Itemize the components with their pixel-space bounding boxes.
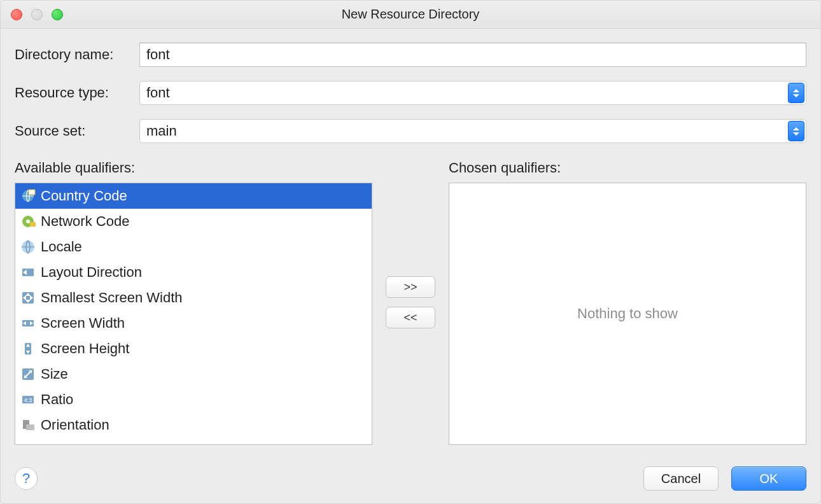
screen-height-icon bbox=[20, 341, 36, 356]
list-item-label: Orientation bbox=[41, 417, 109, 433]
resource-type-value: font bbox=[146, 85, 170, 101]
label-source-set: Source set: bbox=[15, 123, 136, 139]
locale-icon bbox=[20, 239, 36, 255]
select-stepper-icon bbox=[788, 83, 804, 103]
list-item[interactable]: Country Code bbox=[15, 183, 372, 209]
window-maximize-button[interactable] bbox=[52, 9, 63, 20]
country-code-icon bbox=[20, 188, 36, 204]
arrow-col: >> << bbox=[372, 160, 449, 445]
available-qualifiers-label: Available qualifiers: bbox=[15, 160, 372, 176]
directory-name-input[interactable] bbox=[139, 43, 806, 67]
chosen-col: Chosen qualifiers: Nothing to show bbox=[449, 160, 806, 445]
network-code-icon bbox=[20, 214, 36, 229]
list-item[interactable]: Network Code bbox=[15, 209, 372, 234]
label-resource-type: Resource type: bbox=[15, 85, 136, 101]
available-col: Available qualifiers: Country CodeNetwor… bbox=[15, 160, 372, 445]
select-stepper-icon bbox=[788, 121, 804, 141]
move-right-button[interactable]: >> bbox=[386, 276, 435, 298]
ratio-icon bbox=[20, 392, 36, 407]
ok-button[interactable]: OK bbox=[731, 466, 806, 491]
dialog-footer: ? Cancel OK bbox=[1, 455, 820, 503]
row-resource-type: Resource type: font bbox=[15, 81, 806, 105]
qualifiers-grid: Available qualifiers: Country CodeNetwor… bbox=[15, 160, 806, 445]
list-item[interactable]: Ratio bbox=[15, 387, 372, 412]
chosen-empty-text: Nothing to show bbox=[577, 305, 678, 322]
list-item-label: Screen Height bbox=[41, 340, 129, 357]
window-title: New Resource Directory bbox=[1, 7, 820, 22]
screen-width-icon bbox=[20, 316, 36, 331]
list-item[interactable]: Locale bbox=[15, 234, 372, 260]
chosen-qualifiers-label: Chosen qualifiers: bbox=[449, 160, 806, 176]
list-item[interactable]: Size bbox=[15, 361, 372, 387]
smallest-width-icon bbox=[20, 290, 36, 305]
available-qualifiers-list[interactable]: Country CodeNetwork CodeLocaleLayout Dir… bbox=[15, 183, 372, 445]
list-item-label: Screen Width bbox=[41, 315, 125, 332]
chosen-qualifiers-list[interactable]: Nothing to show bbox=[449, 183, 806, 445]
row-directory-name: Directory name: bbox=[15, 43, 806, 67]
source-set-select[interactable]: main bbox=[139, 119, 806, 143]
title-bar: New Resource Directory bbox=[1, 1, 820, 29]
traffic-lights bbox=[11, 9, 63, 20]
source-set-value: main bbox=[146, 123, 177, 139]
window-close-button[interactable] bbox=[11, 9, 22, 20]
list-item-label: Size bbox=[41, 366, 68, 382]
list-item-label: Country Code bbox=[41, 188, 127, 204]
list-item[interactable]: Screen Width bbox=[15, 311, 372, 336]
help-icon: ? bbox=[22, 470, 30, 487]
cancel-button[interactable]: Cancel bbox=[643, 466, 719, 491]
list-item[interactable]: Layout Direction bbox=[15, 260, 372, 285]
size-icon bbox=[20, 367, 36, 382]
window-minimize-button[interactable] bbox=[31, 9, 43, 20]
dialog-content: Directory name: Resource type: font Sour… bbox=[1, 29, 820, 455]
help-button[interactable]: ? bbox=[15, 467, 38, 490]
orientation-icon bbox=[20, 417, 36, 433]
label-directory-name: Directory name: bbox=[15, 46, 136, 63]
list-item-label: Smallest Screen Width bbox=[41, 290, 183, 306]
list-item-label: Network Code bbox=[41, 213, 129, 230]
list-item[interactable]: Smallest Screen Width bbox=[15, 285, 372, 311]
list-item-label: Layout Direction bbox=[41, 264, 142, 281]
layout-direction-icon bbox=[20, 265, 36, 280]
resource-type-select[interactable]: font bbox=[139, 81, 806, 105]
list-item[interactable]: Screen Height bbox=[15, 336, 372, 361]
row-source-set: Source set: main bbox=[15, 119, 806, 143]
list-item[interactable]: Orientation bbox=[15, 412, 372, 438]
move-left-button[interactable]: << bbox=[386, 307, 435, 328]
list-item-label: Ratio bbox=[41, 391, 73, 408]
list-item-label: Locale bbox=[41, 239, 82, 255]
